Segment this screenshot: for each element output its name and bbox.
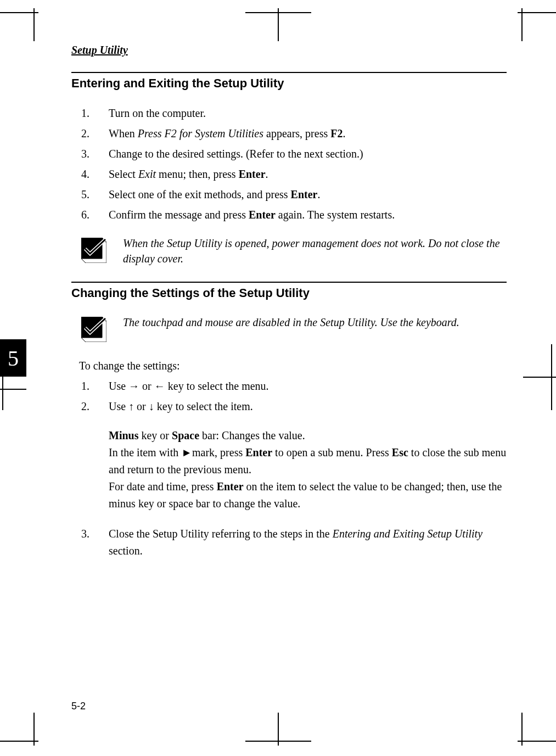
step-number: 2.	[71, 398, 109, 415]
page-number: 5-2	[71, 701, 86, 712]
intro-text: To change the settings:	[79, 357, 507, 374]
step-text: Turn on the computer.	[109, 105, 507, 122]
crop-mark-icon	[245, 707, 311, 748]
step-text: Use → or ← key to select the menu.	[109, 378, 507, 395]
step-number: 1.	[71, 378, 109, 395]
info-block: Minus key or Space bar: Changes the valu…	[109, 427, 507, 512]
checkmark-note-icon	[81, 238, 106, 263]
list-item: 2. When Press F2 for System Utilities ap…	[71, 125, 507, 142]
note-callout: The touchpad and mouse are disabled in t…	[81, 315, 507, 342]
step-number: 3.	[71, 145, 109, 163]
list-item: 1. Turn on the computer.	[71, 105, 507, 122]
step-number: 4.	[71, 166, 109, 183]
section-heading: Changing the Settings of the Setup Utili…	[71, 282, 507, 300]
step-text: Close the Setup Utility referring to the…	[109, 525, 507, 559]
triangle-right-icon: ►	[181, 446, 192, 458]
step-number: 6.	[71, 206, 109, 223]
list-item: 5. Select one of the exit methods, and p…	[71, 186, 507, 203]
step-number: 2.	[71, 125, 109, 142]
steps-list: 1. Turn on the computer. 2. When Press F…	[71, 105, 507, 223]
step-text: When Press F2 for System Utilities appea…	[109, 125, 507, 142]
step-number: 1.	[71, 105, 109, 122]
step-text: Use ↑ or ↓ key to select the item.	[109, 398, 507, 415]
crop-mark-icon	[0, 8, 44, 49]
list-item: 6. Confirm the message and press Enter a…	[71, 206, 507, 223]
step-text: Select Exit menu; then, press Enter.	[109, 166, 507, 183]
chapter-tab: 5	[0, 339, 26, 377]
note-text: When the Setup Utility is opened, power …	[123, 236, 507, 266]
step-text: Confirm the message and press Enter agai…	[109, 206, 507, 223]
crop-mark-icon	[0, 707, 44, 748]
page-content: Setup Utility Entering and Exiting the S…	[71, 44, 507, 712]
list-item: 2. Use ↑ or ↓ key to select the item.	[71, 398, 507, 415]
section-heading: Entering and Exiting the Setup Utility	[71, 72, 507, 91]
list-item: 3. Change to the desired settings. (Refe…	[71, 145, 507, 163]
note-callout: When the Setup Utility is opened, power …	[81, 236, 507, 266]
crop-mark-icon	[512, 8, 556, 49]
step-text: Select one of the exit methods, and pres…	[109, 186, 507, 203]
step-number: 5.	[71, 186, 109, 203]
crop-mark-icon	[512, 707, 556, 748]
checkmark-note-icon	[81, 317, 106, 342]
steps-list: 3. Close the Setup Utility referring to …	[71, 525, 507, 559]
tab-tick-mark	[0, 389, 26, 390]
crop-mark-icon	[518, 344, 556, 412]
step-text: Change to the desired settings. (Refer t…	[109, 145, 507, 163]
list-item: 3. Close the Setup Utility referring to …	[71, 525, 507, 559]
crop-mark-icon	[245, 8, 311, 49]
list-item: 4. Select Exit menu; then, press Enter.	[71, 166, 507, 183]
list-item: 1. Use → or ← key to select the menu.	[71, 378, 507, 395]
svg-rect-15	[81, 238, 102, 259]
running-head: Setup Utility	[71, 44, 507, 57]
step-number: 3.	[71, 525, 109, 559]
note-text: The touchpad and mouse are disabled in t…	[123, 315, 507, 330]
svg-rect-18	[81, 317, 102, 338]
steps-list: 1. Use → or ← key to select the menu. 2.…	[71, 378, 507, 415]
